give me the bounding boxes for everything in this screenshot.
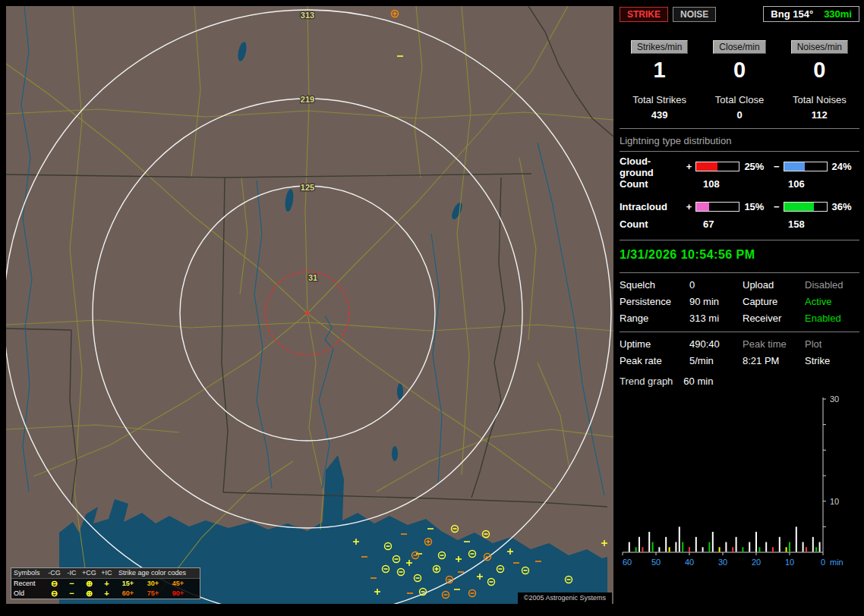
distribution-title: Lightning type distribution xyxy=(620,135,859,146)
copyright-credit: ©2005 Astrogenic Systems xyxy=(518,592,612,604)
strikes-per-min-button[interactable]: Strikes/min xyxy=(631,40,688,54)
svg-text:min: min xyxy=(830,558,844,567)
legend-age-title: Strike age color codes xyxy=(115,568,200,578)
legend-symbols-label: Symbols xyxy=(11,568,46,578)
legend-row-old: Old ⊖ − ⊕ + 60+ 75+ 90+ xyxy=(11,589,200,599)
legend-col-neg-ic: -IC xyxy=(63,568,80,578)
close-column: Close/min 0 Total Close 0 xyxy=(699,40,779,121)
svg-text:10: 10 xyxy=(830,497,839,506)
ic-pos-pct: 15% xyxy=(742,201,771,212)
pos-cg-old-icon: ⊕ xyxy=(80,589,98,599)
noises-per-min-button[interactable]: Noises/min xyxy=(791,40,848,54)
ic-neg-bar xyxy=(784,202,828,212)
age-60: 60+ xyxy=(115,589,140,599)
noises-column: Noises/min 0 Total Noises 112 xyxy=(780,40,859,121)
mode-row: STRIKE NOISE Bng 154° 330mi xyxy=(620,6,859,22)
cg-pos-count: 108 xyxy=(691,178,776,190)
receiver-status: Enabled xyxy=(805,313,859,324)
bearing-display: Bng 154° 330mi xyxy=(763,6,859,22)
strike-mode-button[interactable]: STRIKE xyxy=(620,7,668,22)
count-label: Count xyxy=(620,218,691,230)
age-75: 75+ xyxy=(140,589,166,599)
receiver-label: Receiver xyxy=(743,313,805,324)
stats-table: Uptime 490:40 Peak time Plot Peak rate 5… xyxy=(620,338,859,366)
ic-neg-bar-fill xyxy=(784,203,814,211)
total-close-value: 0 xyxy=(699,109,779,121)
legend-row-recent: Recent ⊖ − ⊕ + 15+ 30+ 45+ xyxy=(11,579,200,589)
ic-pos-bar xyxy=(695,202,739,212)
ic-pos-bar-fill xyxy=(696,203,709,211)
separator xyxy=(620,332,859,332)
age-15: 15+ xyxy=(115,579,140,589)
capture-label: Capture xyxy=(743,296,805,307)
cg-pos-bar xyxy=(695,162,739,171)
trend-graph: 30106050403020100min xyxy=(620,393,859,581)
cg-pos-bar-fill xyxy=(696,162,717,171)
bearing-value: Bng 154° xyxy=(771,8,813,20)
cloud-ground-count-row: Count 108 106 xyxy=(620,175,859,192)
age-45: 45+ xyxy=(166,579,191,589)
plus-sign: + xyxy=(685,201,694,212)
cloud-ground-row: Cloud-ground + 25% − 24% xyxy=(620,158,859,175)
svg-text:0: 0 xyxy=(821,558,825,567)
rate-columns: Strikes/min 1 Total Strikes 439 Close/mi… xyxy=(620,40,859,121)
neg-ic-recent-icon: − xyxy=(63,579,80,589)
ring-label-31: 31 xyxy=(308,273,317,282)
total-noises-value: 112 xyxy=(780,109,859,121)
uptime-value: 490:40 xyxy=(689,338,743,350)
total-strikes-value: 439 xyxy=(620,109,699,121)
ring-label-125: 125 xyxy=(301,183,314,192)
plot-value: Strike xyxy=(805,355,859,366)
svg-text:20: 20 xyxy=(752,558,761,567)
minus-sign: − xyxy=(772,201,781,212)
plot-label: Plot xyxy=(805,338,859,350)
neg-cg-old-icon: ⊖ xyxy=(46,589,63,599)
map-canvas[interactable]: 313 219 125 31 xyxy=(6,6,613,604)
close-per-min-button[interactable]: Close/min xyxy=(713,40,765,54)
svg-text:30: 30 xyxy=(830,394,839,404)
noise-mode-button[interactable]: NOISE xyxy=(673,7,716,22)
svg-text:50: 50 xyxy=(651,558,661,567)
persistence-value: 90 min xyxy=(689,296,743,307)
cg-neg-pct: 24% xyxy=(830,161,859,172)
peak-rate-label: Peak rate xyxy=(620,355,689,366)
intracloud-row: Intracloud + 15% − 36% xyxy=(620,198,859,215)
uptime-label: Uptime xyxy=(620,338,689,350)
separator xyxy=(620,272,859,273)
ring-label-313: 313 xyxy=(301,11,314,20)
trend-graph-span-value: 60 min xyxy=(683,376,713,387)
cg-pos-pct: 25% xyxy=(742,161,771,172)
legend-col-pos-ic: +IC xyxy=(98,568,115,578)
intracloud-count-row: Count 67 158 xyxy=(620,215,859,232)
upload-status: Disabled xyxy=(805,279,859,291)
legend-col-neg-cg: -CG xyxy=(46,568,63,578)
peak-time-value: 8:21 PM xyxy=(743,355,805,366)
plus-sign: + xyxy=(685,161,694,172)
intracloud-label: Intracloud xyxy=(620,201,685,212)
neg-cg-recent-icon: ⊖ xyxy=(46,579,63,589)
ic-neg-count: 158 xyxy=(776,218,859,230)
pos-ic-recent-icon: + xyxy=(98,579,115,589)
total-noises-label: Total Noises xyxy=(780,94,859,105)
pos-cg-recent-icon: ⊕ xyxy=(80,579,98,589)
lightning-map[interactable]: 313 219 125 31 Symbols -CG -IC +CG +IC S… xyxy=(6,6,613,604)
peak-time-label: Peak time xyxy=(743,338,805,350)
count-label: Count xyxy=(620,178,691,190)
svg-text:10: 10 xyxy=(785,558,794,567)
settings-table: Squelch 0 Upload Disabled Persistence 90… xyxy=(620,279,859,324)
persistence-label: Persistence xyxy=(620,296,689,307)
range-value: 313 mi xyxy=(689,313,743,324)
peak-rate-value: 5/min xyxy=(689,355,743,366)
range-label: Range xyxy=(620,313,689,324)
close-per-min-value: 0 xyxy=(699,58,779,83)
neg-ic-old-icon: − xyxy=(63,589,80,599)
cg-neg-count: 106 xyxy=(776,178,859,190)
legend-header: Symbols -CG -IC +CG +IC Strike age color… xyxy=(11,568,200,579)
age-90: 90+ xyxy=(166,589,191,599)
svg-text:60: 60 xyxy=(623,558,632,567)
legend-col-pos-cg: +CG xyxy=(80,568,98,578)
date-time-display: 1/31/2026 10:54:56 PM xyxy=(620,247,859,265)
legend-recent-label: Recent xyxy=(11,579,46,589)
squelch-value: 0 xyxy=(689,279,743,291)
cg-neg-bar xyxy=(784,162,828,171)
